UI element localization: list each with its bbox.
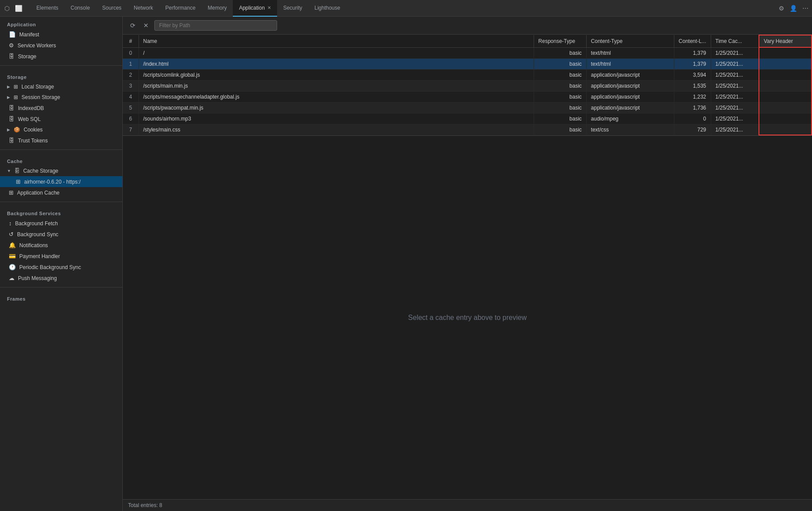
table-row[interactable]: 0 / basic text/html 1,379 1/25/2021...: [123, 47, 812, 58]
tab-sources[interactable]: Sources: [96, 0, 128, 17]
sidebar-item-trust-tokens[interactable]: 🗄 Trust Tokens: [0, 135, 122, 146]
local-storage-icon: ⊞: [14, 84, 18, 90]
tab-performance[interactable]: Performance: [159, 0, 202, 17]
cell-content-type: text/css: [586, 124, 674, 135]
sidebar-item-push-messaging[interactable]: ☁ Push Messaging: [0, 273, 122, 284]
sidebar-item-local-storage[interactable]: ▶ ⊞ Local Storage: [0, 82, 122, 92]
tab-application[interactable]: Application ✕: [233, 0, 277, 17]
sidebar-item-indexeddb[interactable]: 🗄 IndexedDB: [0, 103, 122, 114]
cursor-icon[interactable]: ⬡: [4, 4, 11, 13]
sidebar-item-manifest[interactable]: 📄 Manifest: [0, 29, 122, 40]
divider-3: [0, 202, 122, 202]
indexeddb-icon: 🗄: [9, 105, 14, 111]
cell-name: /styles/main.css: [139, 124, 534, 135]
table-row[interactable]: 2 /scripts/comlink.global.js basic appli…: [123, 69, 812, 80]
footer: Total entries: 8: [123, 499, 812, 511]
cell-content-length: 1,379: [674, 58, 711, 69]
cell-vary: [759, 102, 812, 113]
clear-button[interactable]: ✕: [141, 21, 151, 30]
main-layout: Application 📄 Manifest ⚙ Service Workers…: [0, 17, 812, 511]
cell-time-cached: 1/25/2021...: [711, 69, 759, 80]
cell-content-length: 1,736: [674, 102, 711, 113]
sidebar-item-cache-storage[interactable]: ▼ 🗄 Cache Storage: [0, 166, 122, 176]
table-row[interactable]: 3 /scripts/main.min.js basic application…: [123, 80, 812, 91]
session-storage-icon: ⊞: [14, 94, 18, 100]
triangle-down-icon: ▼: [7, 169, 11, 173]
tab-console[interactable]: Console: [64, 0, 96, 17]
preview-empty-text: Select a cache entry above to preview: [408, 314, 527, 322]
manifest-icon: 📄: [9, 31, 16, 38]
sidebar-item-application-cache[interactable]: ⊞ Application Cache: [0, 187, 122, 198]
tab-network[interactable]: Network: [128, 0, 159, 17]
cell-name: /sounds/airhorn.mp3: [139, 113, 534, 124]
cell-name: /scripts/pwacompat.min.js: [139, 102, 534, 113]
divider-4: [0, 287, 122, 287]
cell-content-type: text/html: [586, 58, 674, 69]
divider-2: [0, 149, 122, 150]
cell-time-cached: 1/25/2021...: [711, 124, 759, 135]
sidebar-item-session-storage[interactable]: ▶ ⊞ Session Storage: [0, 92, 122, 103]
cell-num: 6: [123, 113, 139, 124]
cell-vary: [759, 80, 812, 91]
table-row[interactable]: 5 /scripts/pwacompat.min.js basic applic…: [123, 102, 812, 113]
tab-memory[interactable]: Memory: [202, 0, 233, 17]
sidebar-item-notifications[interactable]: 🔔 Notifications: [0, 240, 122, 251]
cell-response-type: basic: [534, 47, 586, 58]
payment-handler-icon: 💳: [9, 253, 16, 259]
table-row[interactable]: 6 /sounds/airhorn.mp3 basic audio/mpeg 0…: [123, 113, 812, 124]
cell-content-type: text/html: [586, 47, 674, 58]
cell-response-type: basic: [534, 124, 586, 135]
tab-close-icon[interactable]: ✕: [267, 5, 271, 10]
more-icon[interactable]: ⋯: [802, 5, 808, 12]
col-header-num: #: [123, 35, 139, 47]
tab-lighthouse[interactable]: Lighthouse: [308, 0, 346, 17]
cell-name: /scripts/main.min.js: [139, 80, 534, 91]
tab-bar-right: ⚙ 👤 ⋯: [779, 5, 808, 12]
cell-num: 4: [123, 91, 139, 102]
cell-name: /scripts/messagechanneladapter.global.js: [139, 91, 534, 102]
device-icon[interactable]: ⬜: [14, 4, 23, 13]
sidebar-item-background-fetch[interactable]: ↕ Background Fetch: [0, 218, 122, 229]
sidebar-item-periodic-bg-sync[interactable]: 🕐 Periodic Background Sync: [0, 262, 122, 273]
table-row[interactable]: 1 /index.html basic text/html 1,379 1/25…: [123, 58, 812, 69]
cell-content-length: 1,379: [674, 47, 711, 58]
settings-icon[interactable]: ⚙: [779, 5, 784, 12]
storage-section-title: Storage: [0, 69, 122, 82]
col-header-content-length: Content-L...: [674, 35, 711, 47]
cell-content-type: application/javascript: [586, 91, 674, 102]
refresh-button[interactable]: ⟳: [128, 21, 138, 30]
table-row[interactable]: 7 /styles/main.css basic text/css 729 1/…: [123, 124, 812, 135]
sidebar-item-web-sql[interactable]: 🗄 Web SQL: [0, 114, 122, 124]
toolbar: ⟳ ✕: [123, 17, 812, 35]
frames-section-title: Frames: [0, 291, 122, 303]
table-row[interactable]: 4 /scripts/messagechanneladapter.global.…: [123, 91, 812, 102]
tab-security[interactable]: Security: [277, 0, 308, 17]
sidebar-item-airhorner[interactable]: ⊞ airhorner-0.6.20 - https:/: [0, 176, 122, 187]
cell-name: /scripts/comlink.global.js: [139, 69, 534, 80]
sidebar-item-storage[interactable]: 🗄 Storage: [0, 51, 122, 62]
cell-num: 1: [123, 58, 139, 69]
sidebar-item-cookies[interactable]: ▶ 🍪 Cookies: [0, 124, 122, 135]
cell-content-length: 3,594: [674, 69, 711, 80]
filter-input[interactable]: [154, 20, 277, 31]
sidebar-item-service-workers[interactable]: ⚙ Service Workers: [0, 40, 122, 51]
cell-time-cached: 1/25/2021...: [711, 102, 759, 113]
app-cache-icon: ⊞: [9, 189, 14, 196]
background-sync-icon: ↺: [9, 231, 14, 238]
col-header-time-cached: Time Cac...: [711, 35, 759, 47]
cache-table: # Name Response-Type Content-Type Conten…: [123, 35, 812, 135]
cookies-icon: 🍪: [14, 127, 20, 133]
cell-vary: [759, 47, 812, 58]
periodic-bg-sync-icon: 🕐: [9, 264, 16, 270]
sidebar-item-background-sync[interactable]: ↺ Background Sync: [0, 229, 122, 240]
cell-response-type: basic: [534, 69, 586, 80]
cell-num: 0: [123, 47, 139, 58]
tab-elements[interactable]: Elements: [30, 0, 64, 17]
cell-content-length: 1,232: [674, 91, 711, 102]
cell-content-type: audio/mpeg: [586, 113, 674, 124]
cache-table-container: # Name Response-Type Content-Type Conten…: [123, 35, 812, 135]
user-icon[interactable]: 👤: [790, 5, 797, 12]
cell-num: 2: [123, 69, 139, 80]
background-fetch-icon: ↕: [9, 220, 12, 227]
sidebar-item-payment-handler[interactable]: 💳 Payment Handler: [0, 251, 122, 262]
